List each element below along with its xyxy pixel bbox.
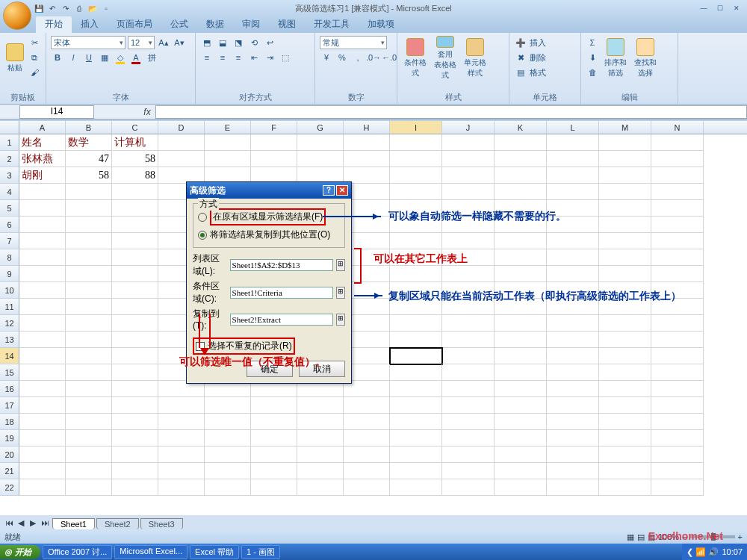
cell-styles-button[interactable]: 单元格 样式 [462,36,489,81]
cell-N22[interactable] [651,479,704,496]
font-name-combo[interactable]: 宋体 [51,36,125,49]
cell-K3[interactable] [495,167,547,184]
taskbar-item-1[interactable]: Microsoft Excel... [114,545,187,559]
cell-F21[interactable] [251,463,297,479]
insert-cells-icon[interactable]: ➕ [514,36,527,49]
tab-审阅[interactable]: 审阅 [233,16,269,33]
tab-页面布局[interactable]: 页面布局 [108,16,161,33]
cell-J22[interactable] [442,479,495,496]
cell-K19[interactable] [495,430,547,447]
cell-H21[interactable] [344,463,390,479]
cell-K22[interactable] [495,479,547,496]
cell-A4[interactable] [19,184,66,200]
row-header-3[interactable]: 3 [0,167,19,184]
cell-L9[interactable] [547,266,599,282]
cell-A17[interactable] [19,397,66,414]
tray-icons[interactable]: ❮ 📶 🔊 [686,547,719,557]
cell-L8[interactable] [547,249,599,266]
select-all-corner[interactable] [0,121,19,134]
cell-C10[interactable] [112,282,158,299]
cell-N15[interactable] [651,364,704,381]
cell-L15[interactable] [547,364,599,381]
align-bottom-icon[interactable]: ⬔ [232,36,245,49]
cell-N14[interactable] [651,348,704,364]
cell-J2[interactable] [442,151,495,167]
format-painter-icon[interactable]: 🖌 [28,66,41,79]
cell-B14[interactable] [66,348,112,364]
cell-A11[interactable] [19,299,66,315]
cell-C5[interactable] [112,200,158,217]
cell-I19[interactable] [390,430,442,447]
sort-filter-button[interactable]: 排序和 筛选 [602,36,629,81]
cell-D18[interactable] [158,414,205,430]
cell-C6[interactable] [112,217,158,233]
view-layout-icon[interactable]: ▤ [637,532,645,542]
sheet-tab-Sheet1[interactable]: Sheet1 [52,518,95,529]
row-header-21[interactable]: 21 [0,463,19,479]
align-middle-icon[interactable]: ⬓ [216,36,229,49]
cell-G2[interactable] [297,151,344,167]
cell-M16[interactable] [599,381,651,397]
print-icon[interactable]: ⎙ [73,2,85,14]
cell-J3[interactable] [442,167,495,184]
cell-B11[interactable] [66,299,112,315]
criteria-ref-button[interactable]: ⊞ [336,287,345,299]
cell-M13[interactable] [599,332,651,348]
row-header-14[interactable]: 14 [0,348,19,364]
cell-J1[interactable] [442,134,495,151]
cell-E19[interactable] [205,430,251,447]
list-ref-button[interactable]: ⊞ [336,259,345,271]
cell-E22[interactable] [205,479,251,496]
border-icon[interactable]: ▦ [98,51,111,64]
zoom-in-icon[interactable]: + [738,532,743,541]
cell-M2[interactable] [599,151,651,167]
cell-H22[interactable] [344,479,390,496]
cell-B3[interactable]: 58 [66,167,112,184]
criteria-range-input[interactable] [230,287,333,299]
cell-I13[interactable] [390,332,442,348]
decrease-decimal-icon[interactable]: ←.0 [382,51,396,64]
cell-B2[interactable]: 47 [66,151,112,167]
cell-M7[interactable] [599,233,651,249]
cell-I17[interactable] [390,397,442,414]
phonetic-icon[interactable]: 拼 [145,51,158,64]
cell-B20[interactable] [66,447,112,463]
cell-J17[interactable] [442,397,495,414]
sheet-tab-Sheet3[interactable]: Sheet3 [140,518,183,529]
cell-G22[interactable] [297,479,344,496]
row-header-6[interactable]: 6 [0,217,19,233]
cell-M19[interactable] [599,430,651,447]
cell-A2[interactable]: 张林燕 [19,151,66,167]
cell-E2[interactable] [205,151,251,167]
row-header-22[interactable]: 22 [0,479,19,496]
cell-J15[interactable] [442,364,495,381]
cell-I22[interactable] [390,479,442,496]
cell-N17[interactable] [651,397,704,414]
cell-L12[interactable] [547,315,599,332]
row-header-4[interactable]: 4 [0,184,19,200]
align-right-icon[interactable]: ≡ [232,51,245,64]
cell-H19[interactable] [344,430,390,447]
cell-M1[interactable] [599,134,651,151]
col-header-C[interactable]: C [112,121,158,134]
sheet-nav-last-icon[interactable]: ⏭ [39,518,51,528]
row-header-20[interactable]: 20 [0,447,19,463]
cell-H1[interactable] [344,134,390,151]
cell-B17[interactable] [66,397,112,414]
cell-J7[interactable] [442,233,495,249]
cell-D19[interactable] [158,430,205,447]
close-icon[interactable]: ✕ [729,3,744,13]
sheet-nav-next-icon[interactable]: ▶ [27,518,39,528]
cell-A19[interactable] [19,430,66,447]
cell-I14[interactable] [390,348,442,364]
cell-C22[interactable] [112,479,158,496]
cell-J16[interactable] [442,381,495,397]
cell-C16[interactable] [112,381,158,397]
delete-cells-icon[interactable]: ✖ [514,51,527,64]
col-header-H[interactable]: H [344,121,390,134]
cell-G19[interactable] [297,430,344,447]
system-tray[interactable]: ❮ 📶 🔊 10:07 [682,544,747,560]
col-header-A[interactable]: A [19,121,66,134]
cell-E20[interactable] [205,447,251,463]
cell-A14[interactable] [19,348,66,364]
